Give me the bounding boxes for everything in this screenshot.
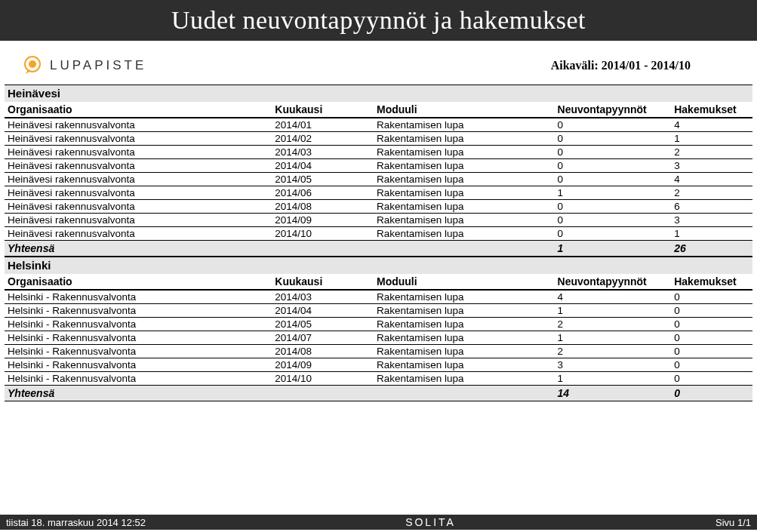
cell-module: Rakentamisen lupa xyxy=(377,305,558,316)
totals-label: Yhteensä xyxy=(8,242,275,254)
cell-module: Rakentamisen lupa xyxy=(377,119,558,131)
totals-applications: 26 xyxy=(674,242,749,254)
footer-vendor: SOLITA xyxy=(405,516,456,528)
table-row: Helsinki - Rakennusvalvonta2014/09Rakent… xyxy=(5,358,752,372)
cell-applications: 0 xyxy=(674,291,749,303)
cell-requests: 1 xyxy=(558,187,675,198)
cell-month: 2014/04 xyxy=(275,305,377,316)
totals-blank xyxy=(275,242,377,254)
cell-month: 2014/09 xyxy=(275,359,377,371)
totals-label: Yhteensä xyxy=(8,387,275,399)
totals-row: Yhteensä126 xyxy=(5,241,752,257)
cell-requests: 1 xyxy=(558,373,675,384)
date-range-label: Aikaväli: 2014/01 - 2014/10 xyxy=(551,59,691,72)
cell-month: 2014/05 xyxy=(275,318,377,330)
cell-month: 2014/01 xyxy=(275,119,377,131)
cell-applications: 2 xyxy=(674,187,749,198)
cell-month: 2014/08 xyxy=(275,346,377,357)
cell-requests: 0 xyxy=(558,201,675,212)
cell-org: Heinävesi rakennusvalvonta xyxy=(8,228,275,239)
cell-org: Helsinki - Rakennusvalvonta xyxy=(8,318,275,330)
column-header-requests: Neuvontapyynnöt xyxy=(558,103,675,115)
cell-org: Heinävesi rakennusvalvonta xyxy=(8,146,275,158)
cell-applications: 4 xyxy=(674,119,749,131)
cell-applications: 0 xyxy=(674,373,749,384)
column-header-applications: Hakemukset xyxy=(674,275,749,288)
cell-month: 2014/09 xyxy=(275,214,377,226)
section-name: Heinävesi xyxy=(8,87,60,100)
table-row: Helsinki - Rakennusvalvonta2014/05Rakent… xyxy=(5,318,752,331)
brand-logo: LUPAPISTE xyxy=(21,54,146,77)
table-row: Heinävesi rakennusvalvonta2014/05Rakenta… xyxy=(5,173,752,186)
cell-org: Heinävesi rakennusvalvonta xyxy=(8,201,275,212)
cell-requests: 2 xyxy=(558,346,675,357)
section-header: Heinävesi xyxy=(5,85,752,102)
svg-point-1 xyxy=(29,60,36,68)
cell-module: Rakentamisen lupa xyxy=(377,133,558,144)
cell-applications: 0 xyxy=(674,318,749,330)
cell-module: Rakentamisen lupa xyxy=(377,201,558,212)
column-header-org: Organisaatio xyxy=(8,275,275,288)
cell-month: 2014/03 xyxy=(275,291,377,303)
report-body: HeinävesiOrganisaatioKuukausiModuuliNeuv… xyxy=(0,85,757,401)
section-header: Helsinki xyxy=(5,257,752,274)
cell-applications: 6 xyxy=(674,201,749,212)
cell-org: Heinävesi rakennusvalvonta xyxy=(8,174,275,185)
footer-timestamp: tiistai 18. marraskuu 2014 12:52 xyxy=(6,517,146,528)
cell-month: 2014/05 xyxy=(275,174,377,185)
totals-blank xyxy=(377,242,558,254)
cell-module: Rakentamisen lupa xyxy=(377,346,558,357)
table-header-row: OrganisaatioKuukausiModuuliNeuvontapyynn… xyxy=(5,102,752,118)
footer-page: Sivu 1/1 xyxy=(715,517,751,528)
cell-applications: 0 xyxy=(674,359,749,371)
table-row: Heinävesi rakennusvalvonta2014/10Rakenta… xyxy=(5,227,752,241)
section-name: Helsinki xyxy=(8,259,51,272)
totals-requests: 14 xyxy=(558,387,675,399)
column-header-month: Kuukausi xyxy=(275,103,377,115)
cell-requests: 1 xyxy=(558,305,675,316)
report-footer: tiistai 18. marraskuu 2014 12:52 SOLITA … xyxy=(0,515,757,530)
cell-applications: 1 xyxy=(674,228,749,239)
speech-bubble-icon xyxy=(21,54,44,77)
column-header-month: Kuukausi xyxy=(275,275,377,288)
cell-month: 2014/02 xyxy=(275,133,377,144)
cell-month: 2014/08 xyxy=(275,201,377,212)
table-row: Heinävesi rakennusvalvonta2014/09Rakenta… xyxy=(5,214,752,227)
table-row: Heinävesi rakennusvalvonta2014/01Rakenta… xyxy=(5,118,752,132)
cell-requests: 0 xyxy=(558,174,675,185)
cell-requests: 0 xyxy=(558,133,675,144)
table-row: Heinävesi rakennusvalvonta2014/02Rakenta… xyxy=(5,132,752,146)
cell-requests: 1 xyxy=(558,332,675,343)
report-title: Uudet neuvontapyynnöt ja hakemukset xyxy=(15,6,742,35)
cell-applications: 3 xyxy=(674,160,749,171)
cell-requests: 4 xyxy=(558,291,675,303)
cell-month: 2014/03 xyxy=(275,146,377,158)
cell-org: Heinävesi rakennusvalvonta xyxy=(8,133,275,144)
cell-month: 2014/10 xyxy=(275,228,377,239)
table-row: Heinävesi rakennusvalvonta2014/06Rakenta… xyxy=(5,186,752,200)
cell-module: Rakentamisen lupa xyxy=(377,160,558,171)
table-row: Helsinki - Rakennusvalvonta2014/10Rakent… xyxy=(5,372,752,386)
totals-requests: 1 xyxy=(558,242,675,254)
cell-requests: 3 xyxy=(558,359,675,371)
cell-month: 2014/07 xyxy=(275,332,377,343)
totals-blank xyxy=(275,387,377,399)
cell-requests: 0 xyxy=(558,214,675,226)
cell-module: Rakentamisen lupa xyxy=(377,318,558,330)
table-row: Helsinki - Rakennusvalvonta2014/03Rakent… xyxy=(5,291,752,304)
cell-module: Rakentamisen lupa xyxy=(377,146,558,158)
cell-requests: 0 xyxy=(558,160,675,171)
column-header-module: Moduuli xyxy=(377,275,558,288)
cell-module: Rakentamisen lupa xyxy=(377,174,558,185)
table-row: Heinävesi rakennusvalvonta2014/08Rakenta… xyxy=(5,200,752,214)
table-row: Heinävesi rakennusvalvonta2014/04Rakenta… xyxy=(5,159,752,173)
report-header: Uudet neuvontapyynnöt ja hakemukset xyxy=(0,0,757,41)
subheader: LUPAPISTE Aikaväli: 2014/01 - 2014/10 xyxy=(0,41,757,85)
column-header-requests: Neuvontapyynnöt xyxy=(558,275,675,288)
cell-month: 2014/04 xyxy=(275,160,377,171)
cell-module: Rakentamisen lupa xyxy=(377,359,558,371)
cell-applications: 4 xyxy=(674,174,749,185)
cell-applications: 0 xyxy=(674,346,749,357)
column-header-applications: Hakemukset xyxy=(674,103,749,115)
cell-module: Rakentamisen lupa xyxy=(377,214,558,226)
